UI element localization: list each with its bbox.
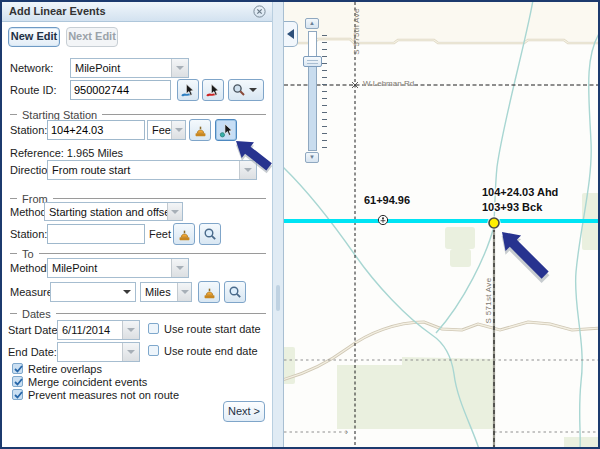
use-route-end-date-label: Use route end date bbox=[164, 345, 258, 357]
selected-ahead-label: 104+24.03 Ahd bbox=[482, 186, 558, 198]
from-measure-tool-button[interactable] bbox=[173, 223, 195, 245]
splitter-grip[interactable] bbox=[276, 285, 280, 311]
chevron-down-icon[interactable] bbox=[177, 283, 191, 301]
next-edit-button[interactable]: Next Edit bbox=[66, 27, 118, 47]
from-method-value: Starting station and offset bbox=[45, 206, 167, 218]
station-label: Station: bbox=[10, 124, 47, 136]
selected-point-marker[interactable] bbox=[487, 216, 501, 230]
station-units-value: Feet bbox=[148, 124, 171, 136]
check-icon bbox=[13, 376, 24, 387]
route-search-dropdown-button[interactable] bbox=[228, 79, 264, 101]
to-measure-tool-button[interactable] bbox=[198, 281, 220, 303]
chevron-down-icon[interactable] bbox=[122, 321, 139, 339]
station-marker bbox=[378, 215, 387, 224]
from-station-label: Station: bbox=[10, 228, 47, 240]
road-label-s571st-ave: S 571st Ave bbox=[484, 266, 493, 336]
check-icon bbox=[13, 363, 24, 374]
zoom-out-button[interactable]: ▼ bbox=[305, 152, 319, 163]
start-date-value: 6/11/2014 bbox=[58, 324, 122, 336]
to-search-button[interactable] bbox=[224, 281, 246, 303]
network-value: MilePoint bbox=[71, 62, 171, 74]
use-route-start-date-checkbox[interactable] bbox=[148, 323, 159, 334]
measure-combo[interactable] bbox=[50, 282, 136, 302]
selected-back-label: 103+93 Bck bbox=[482, 201, 542, 213]
end-date-select[interactable] bbox=[57, 342, 140, 362]
road-label-w-lehman-rd: W Lehman Rd bbox=[363, 79, 414, 88]
from-units-text: Feet bbox=[149, 228, 171, 240]
zoom-slider-ticks bbox=[322, 35, 327, 148]
direction-value: From route start bbox=[48, 164, 239, 176]
search-icon bbox=[203, 227, 217, 241]
use-route-start-date-label: Use route start date bbox=[164, 323, 261, 335]
field-patches bbox=[284, 193, 598, 447]
select-route-on-map-button[interactable] bbox=[177, 79, 199, 101]
measure-label: Measure: bbox=[10, 286, 56, 298]
to-method-select[interactable]: MilePoint bbox=[47, 258, 189, 278]
measure-tool-icon bbox=[202, 285, 217, 300]
measure-tool-icon bbox=[177, 227, 192, 242]
prevent-measures-checkbox[interactable] bbox=[12, 389, 23, 400]
clear-route-selection-button[interactable] bbox=[202, 79, 224, 101]
route-cursor-icon bbox=[181, 83, 196, 98]
measure-tool-button[interactable] bbox=[189, 119, 211, 141]
close-icon[interactable] bbox=[253, 5, 266, 18]
add-linear-events-panel: Add Linear Events New Edit Next Edit Net… bbox=[2, 2, 272, 447]
collapse-panel-tab[interactable] bbox=[284, 21, 298, 47]
chevron-down-icon[interactable] bbox=[167, 203, 182, 220]
search-icon bbox=[228, 285, 242, 299]
measure-tool-icon bbox=[193, 123, 208, 138]
chevron-down-icon[interactable] bbox=[171, 59, 188, 77]
network-label: Network: bbox=[10, 62, 53, 74]
retire-overlaps-checkbox[interactable] bbox=[12, 363, 23, 374]
zoom-in-button[interactable]: ▲ bbox=[305, 18, 319, 29]
dates-legend: Dates bbox=[10, 308, 266, 319]
check-icon bbox=[13, 389, 24, 400]
measure-units-value: Miles bbox=[141, 286, 177, 298]
chevron-down-icon[interactable] bbox=[171, 259, 188, 277]
app-window: Add Linear Events New Edit Next Edit Net… bbox=[0, 0, 600, 449]
chevron-down-icon[interactable] bbox=[123, 290, 131, 294]
to-method-value: MilePoint bbox=[48, 262, 171, 274]
chevron-down-icon[interactable] bbox=[171, 121, 185, 139]
network-select[interactable]: MilePoint bbox=[70, 58, 189, 78]
measure-units-select[interactable]: Miles bbox=[140, 282, 192, 302]
route-id-input[interactable] bbox=[70, 80, 171, 100]
new-edit-button[interactable]: New Edit bbox=[8, 27, 60, 47]
search-icon bbox=[232, 83, 246, 97]
panel-title: Add Linear Events bbox=[9, 5, 106, 17]
station-input[interactable] bbox=[47, 120, 145, 140]
retire-overlaps-label: Retire overlaps bbox=[28, 363, 102, 375]
route-id-label: Route ID: bbox=[10, 84, 56, 96]
flow-arrow-glyph: › bbox=[345, 427, 348, 437]
from-station-input[interactable] bbox=[47, 224, 145, 244]
reference-text: Reference: 1.965 Miles bbox=[10, 147, 123, 159]
from-method-select[interactable]: Starting station and offset bbox=[44, 202, 183, 221]
pick-station-on-map-button[interactable] bbox=[215, 119, 237, 141]
from-search-button[interactable] bbox=[199, 223, 221, 245]
direction-select[interactable]: From route start bbox=[47, 160, 257, 180]
pick-location-cursor-icon bbox=[219, 123, 234, 138]
chevron-down-icon[interactable] bbox=[239, 161, 256, 179]
merge-coincident-events-label: Merge coincident events bbox=[28, 376, 147, 388]
map-zoom-slider[interactable]: ▲ ▼ bbox=[302, 18, 332, 163]
start-date-select[interactable]: 6/11/2014 bbox=[57, 320, 140, 340]
prevent-measures-label: Prevent measures not on route bbox=[28, 389, 179, 401]
merge-coincident-events-checkbox[interactable] bbox=[12, 376, 23, 387]
map-viewport[interactable]: 61+94.96 104+24.03 Ahd 103+93 Bck W Lehm… bbox=[284, 2, 598, 447]
use-route-end-date-checkbox[interactable] bbox=[148, 345, 159, 356]
panel-map-splitter[interactable] bbox=[272, 2, 284, 447]
to-method-label: Method: bbox=[10, 262, 50, 274]
zoom-slider-handle[interactable] bbox=[303, 56, 322, 67]
route-cursor-remove-icon bbox=[206, 83, 221, 98]
zoom-slider-track[interactable] bbox=[308, 31, 317, 151]
end-date-label: End Date: bbox=[8, 346, 57, 358]
collapse-left-icon bbox=[287, 29, 294, 39]
station-measure-label: 61+94.96 bbox=[356, 194, 418, 206]
station-units-select[interactable]: Feet bbox=[147, 120, 186, 140]
chevron-down-icon[interactable] bbox=[122, 343, 139, 361]
next-button[interactable]: Next > bbox=[223, 401, 265, 422]
chevron-down-icon bbox=[249, 88, 257, 92]
road-label-s575th-ave: S 575th Ave bbox=[352, 2, 361, 67]
start-date-label: Start Date: bbox=[8, 324, 61, 336]
panel-titlebar[interactable]: Add Linear Events bbox=[2, 2, 272, 22]
